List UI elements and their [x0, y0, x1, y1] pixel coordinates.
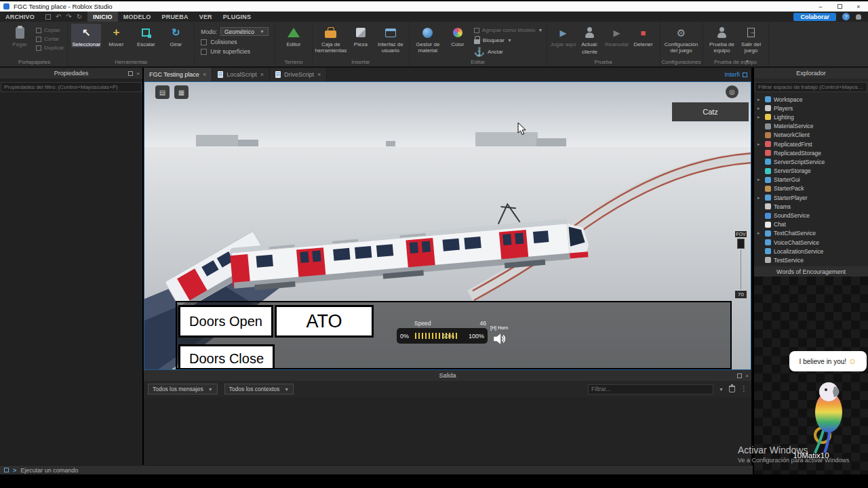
tab-place[interactable]: FGC Testing place ×: [144, 68, 212, 81]
viewport-circle-button[interactable]: ◎: [726, 85, 738, 98]
menu-plugins[interactable]: PLUGINS: [218, 12, 256, 22]
paste-button[interactable]: Pegar: [5, 24, 35, 47]
toolbox-button[interactable]: Caja de herramientas: [316, 24, 346, 54]
menu-archivo[interactable]: ARCHIVO: [0, 12, 40, 22]
tab-localscript[interactable]: LocalScript ×: [212, 68, 270, 81]
chevron-right-icon[interactable]: ▸: [757, 177, 762, 182]
copy-button[interactable]: Copiar: [36, 27, 64, 33]
select-tool-button[interactable]: ↖ Seleccionar: [71, 24, 101, 47]
collisions-checkbox[interactable]: [201, 39, 207, 45]
ato-button[interactable]: ATO: [275, 305, 374, 338]
collisions-toggle[interactable]: Colisiones: [201, 39, 269, 45]
resume-button[interactable]: ▶ Reanudar: [604, 24, 631, 47]
output-header[interactable]: Salida ×: [144, 370, 751, 381]
mode-dropdown[interactable]: Geométrico▼: [220, 27, 269, 36]
cut-button[interactable]: Cortar: [36, 36, 64, 42]
notifications-bell-icon[interactable]: [856, 14, 861, 20]
anchor-button[interactable]: ⚓Anclar: [474, 47, 543, 57]
exit-game-button[interactable]: Salir del juego: [738, 24, 765, 54]
explorer-tree-item[interactable]: ▸ StarterPack: [754, 184, 868, 193]
viewport-tool-button-1[interactable]: ▤: [155, 85, 170, 99]
explorer-tree-item[interactable]: ▸ Chat: [754, 220, 868, 229]
interface-corner-link[interactable]: Interfi: [724, 68, 747, 81]
game-settings-button[interactable]: ⚙ Configuración del juego: [664, 24, 699, 54]
join-surfaces-toggle[interactable]: Unir superficies: [201, 48, 269, 55]
explorer-tree-item[interactable]: ▸ VoiceChatService: [754, 238, 868, 247]
explorer-tree-item[interactable]: ▸ Players: [754, 104, 868, 113]
move-tool-button[interactable]: + Mover: [101, 24, 131, 47]
play-here-button[interactable]: ▶ Jugar aquí: [551, 24, 576, 47]
explorer-tree-item[interactable]: ▸ ReplicatedFirst: [754, 140, 868, 148]
redo-icon[interactable]: ↷: [66, 14, 71, 20]
chevron-right-icon[interactable]: ▸: [757, 97, 762, 102]
join-surfaces-checkbox[interactable]: [201, 49, 207, 55]
output-content[interactable]: [144, 397, 751, 465]
explorer-tree-item[interactable]: ▸ NetworkClient: [754, 131, 868, 140]
messages-filter-dropdown[interactable]: Todos los mensajes▼: [148, 384, 218, 394]
team-test-button[interactable]: Prueba de equipo: [707, 24, 738, 54]
explorer-tree-item[interactable]: ▸ ReplicatedStorage: [754, 148, 868, 157]
duplicate-button[interactable]: Duplicar: [36, 45, 64, 51]
explorer-tree-item[interactable]: ▸ StarterGui: [754, 176, 868, 184]
explorer-tree-item[interactable]: ▸ TextChatService: [754, 229, 868, 238]
kebab-menu-icon[interactable]: ⋮: [741, 386, 747, 392]
tab-close-icon[interactable]: ×: [317, 71, 321, 78]
explorer-tree-item[interactable]: ▸ ServerScriptService: [754, 157, 868, 166]
fov-control[interactable]: FOV 70: [735, 231, 747, 298]
tab-drivescript[interactable]: DriveScript ×: [270, 68, 327, 81]
chevron-right-icon[interactable]: ▸: [757, 142, 762, 147]
save-icon[interactable]: [45, 14, 51, 20]
fov-slider-track[interactable]: [741, 250, 741, 289]
chevron-right-icon[interactable]: ▸: [757, 115, 762, 120]
explorer-tree-item[interactable]: ▸ StarterPlayer: [754, 193, 868, 202]
explorer-header[interactable]: Explorador: [754, 68, 868, 79]
collaborate-button[interactable]: Colaborar: [793, 13, 836, 21]
menu-ver[interactable]: VER: [194, 12, 218, 22]
chevron-right-icon[interactable]: ▸: [757, 106, 762, 111]
material-manager-button[interactable]: Gestor de material: [413, 24, 443, 54]
color-button[interactable]: Color: [443, 24, 473, 47]
explorer-tree-item[interactable]: ▸ Lighting: [754, 113, 868, 121]
undo-icon[interactable]: ↶: [56, 14, 61, 20]
chevron-down-icon[interactable]: ▼: [719, 387, 724, 392]
rotate-tool-button[interactable]: ↻ Girar: [161, 24, 191, 47]
menu-inicio[interactable]: INICIO: [87, 12, 118, 22]
close-button[interactable]: ×: [849, 1, 868, 12]
explorer-filter-input[interactable]: [755, 82, 867, 92]
group-model-button[interactable]: Agrupar como Modelo▼: [474, 27, 543, 33]
menu-modelo[interactable]: MODELO: [118, 12, 157, 22]
fov-slider-handle[interactable]: [737, 239, 745, 249]
explorer-tree-item[interactable]: ▸ Workspace: [754, 95, 868, 104]
explorer-tree-item[interactable]: ▸ ServerStorage: [754, 167, 868, 176]
context-filter-dropdown[interactable]: Todos los contextos▼: [224, 384, 294, 394]
trash-icon[interactable]: [729, 386, 735, 392]
maximize-button[interactable]: [830, 1, 849, 12]
ribbon-collapse-icon[interactable]: ▾: [746, 58, 749, 64]
explorer-tree-item[interactable]: ▸ TestService: [754, 256, 868, 264]
properties-filter-input[interactable]: [1, 82, 142, 92]
doors-open-button[interactable]: Doors Open: [178, 305, 273, 338]
explorer-tree-item[interactable]: ▸ SoundService: [754, 211, 868, 220]
help-icon[interactable]: ?: [842, 13, 850, 20]
minimize-button[interactable]: –: [811, 1, 830, 12]
terrain-editor-button[interactable]: Editor: [279, 24, 309, 47]
scale-tool-button[interactable]: Escalar: [131, 24, 161, 47]
properties-header[interactable]: Propiedades ×: [0, 68, 142, 79]
stop-button[interactable]: ■ Detener: [631, 24, 656, 47]
current-client-dropdown[interactable]: Actual: cliente: [576, 24, 604, 55]
output-filter-input[interactable]: [588, 384, 713, 394]
tab-close-icon[interactable]: ×: [260, 71, 264, 78]
viewport-tool-button-2[interactable]: ▦: [174, 85, 189, 99]
tab-close-icon[interactable]: ×: [203, 71, 206, 78]
explorer-tree-item[interactable]: ▸ LocalizationService: [754, 247, 868, 256]
doors-close-button[interactable]: Doors Close: [178, 344, 275, 369]
part-button[interactable]: Pieza: [346, 24, 376, 47]
refresh-icon[interactable]: ↻: [77, 14, 82, 20]
lock-button[interactable]: Bloquear▼: [474, 36, 543, 44]
speaker-icon[interactable]: [492, 331, 507, 346]
float-panel-icon[interactable]: [737, 373, 742, 378]
chevron-right-icon[interactable]: ▸: [757, 230, 762, 236]
viewport-3d[interactable]: ▤ ▦ ◎ Catz FOV 70 Doors Open ATO Doors C…: [144, 81, 751, 370]
ui-button[interactable]: Interfaz de usuario: [376, 24, 406, 54]
float-panel-icon[interactable]: [128, 71, 133, 76]
